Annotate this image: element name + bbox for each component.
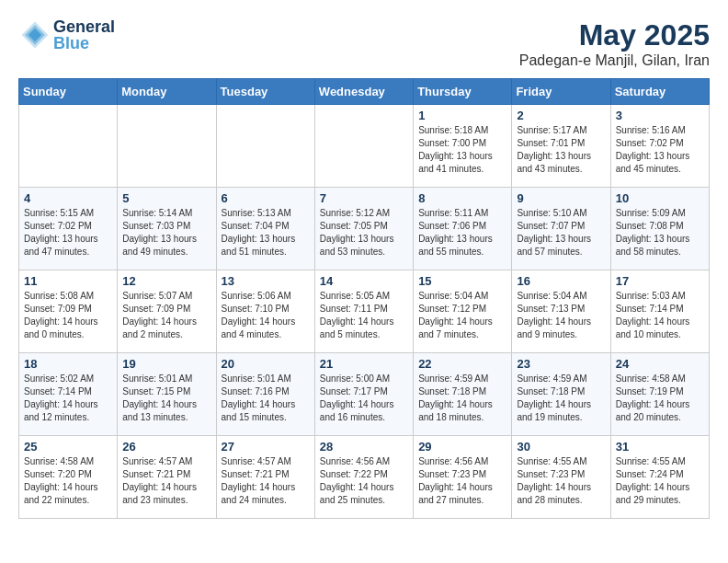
day-info: Sunrise: 5:04 AM Sunset: 7:13 PM Dayligh… [517, 290, 605, 341]
logo-general-text: General [53, 18, 115, 35]
calendar-cell: 22Sunrise: 4:59 AM Sunset: 7:18 PM Dayli… [414, 353, 512, 436]
day-info: Sunrise: 4:58 AM Sunset: 7:20 PM Dayligh… [24, 455, 112, 507]
day-number: 26 [122, 440, 210, 454]
calendar-week-2: 4Sunrise: 5:15 AM Sunset: 7:02 PM Daylig… [19, 188, 710, 270]
calendar-cell: 6Sunrise: 5:13 AM Sunset: 7:04 PM Daylig… [216, 188, 314, 270]
weekday-header-wednesday: Wednesday [314, 79, 413, 105]
day-number: 25 [24, 440, 112, 454]
calendar-week-5: 25Sunrise: 4:58 AM Sunset: 7:20 PM Dayli… [19, 436, 710, 519]
calendar-cell: 27Sunrise: 4:57 AM Sunset: 7:21 PM Dayli… [216, 436, 314, 519]
calendar-week-1: 1Sunrise: 5:18 AM Sunset: 7:00 PM Daylig… [19, 105, 710, 188]
day-number: 7 [320, 191, 408, 205]
day-number: 31 [616, 440, 704, 454]
day-info: Sunrise: 4:55 AM Sunset: 7:23 PM Dayligh… [517, 455, 605, 507]
location: Padegan-e Manjil, Gilan, Iran [519, 52, 710, 69]
day-number: 1 [418, 109, 506, 122]
calendar-cell: 24Sunrise: 4:58 AM Sunset: 7:19 PM Dayli… [610, 353, 709, 436]
calendar-cell: 5Sunrise: 5:14 AM Sunset: 7:03 PM Daylig… [118, 188, 216, 270]
day-info: Sunrise: 5:06 AM Sunset: 7:10 PM Dayligh… [222, 290, 310, 341]
calendar-cell: 26Sunrise: 4:57 AM Sunset: 7:21 PM Dayli… [118, 436, 216, 519]
day-info: Sunrise: 5:04 AM Sunset: 7:12 PM Dayligh… [418, 290, 506, 341]
day-info: Sunrise: 5:10 AM Sunset: 7:07 PM Dayligh… [517, 207, 605, 259]
day-info: Sunrise: 5:07 AM Sunset: 7:09 PM Dayligh… [122, 290, 210, 341]
day-number: 24 [616, 357, 704, 371]
day-number: 28 [320, 440, 408, 454]
month-year: May 2025 [519, 18, 710, 52]
logo-icon [18, 18, 51, 52]
calendar-week-4: 18Sunrise: 5:02 AM Sunset: 7:14 PM Dayli… [19, 353, 710, 436]
weekday-header-monday: Monday [118, 79, 216, 105]
calendar-cell: 23Sunrise: 4:59 AM Sunset: 7:18 PM Dayli… [512, 353, 610, 436]
calendar-cell: 1Sunrise: 5:18 AM Sunset: 7:00 PM Daylig… [414, 105, 512, 188]
day-number: 10 [616, 191, 704, 205]
day-info: Sunrise: 5:11 AM Sunset: 7:06 PM Dayligh… [418, 207, 506, 259]
day-info: Sunrise: 4:56 AM Sunset: 7:22 PM Dayligh… [320, 455, 408, 507]
day-info: Sunrise: 4:59 AM Sunset: 7:18 PM Dayligh… [517, 373, 605, 424]
calendar-cell: 29Sunrise: 4:56 AM Sunset: 7:23 PM Dayli… [414, 436, 512, 519]
weekday-header-friday: Friday [512, 79, 610, 105]
day-info: Sunrise: 5:00 AM Sunset: 7:17 PM Dayligh… [320, 373, 408, 424]
weekday-header-tuesday: Tuesday [216, 79, 314, 105]
calendar-cell: 3Sunrise: 5:16 AM Sunset: 7:02 PM Daylig… [610, 105, 709, 188]
calendar-cell: 12Sunrise: 5:07 AM Sunset: 7:09 PM Dayli… [118, 270, 216, 353]
calendar-cell: 21Sunrise: 5:00 AM Sunset: 7:17 PM Dayli… [314, 353, 413, 436]
day-info: Sunrise: 5:18 AM Sunset: 7:00 PM Dayligh… [418, 124, 506, 176]
day-number: 16 [517, 274, 605, 288]
page-header: General Blue May 2025 Padegan-e Manjil, … [18, 18, 710, 69]
logo-name: General Blue [53, 18, 115, 52]
day-info: Sunrise: 5:16 AM Sunset: 7:02 PM Dayligh… [616, 124, 704, 176]
calendar-cell: 30Sunrise: 4:55 AM Sunset: 7:23 PM Dayli… [512, 436, 610, 519]
day-info: Sunrise: 4:57 AM Sunset: 7:21 PM Dayligh… [222, 455, 310, 507]
calendar-cell [216, 105, 314, 188]
day-number: 12 [122, 274, 210, 288]
day-number: 20 [222, 357, 310, 371]
calendar-cell [19, 105, 118, 188]
calendar-cell: 15Sunrise: 5:04 AM Sunset: 7:12 PM Dayli… [414, 270, 512, 353]
day-number: 15 [418, 274, 506, 288]
calendar-cell: 4Sunrise: 5:15 AM Sunset: 7:02 PM Daylig… [19, 188, 118, 270]
calendar-week-3: 11Sunrise: 5:08 AM Sunset: 7:09 PM Dayli… [19, 270, 710, 353]
weekday-header-thursday: Thursday [414, 79, 512, 105]
calendar-cell: 10Sunrise: 5:09 AM Sunset: 7:08 PM Dayli… [610, 188, 709, 270]
day-info: Sunrise: 4:56 AM Sunset: 7:23 PM Dayligh… [418, 455, 506, 507]
day-info: Sunrise: 5:09 AM Sunset: 7:08 PM Dayligh… [616, 207, 704, 259]
day-number: 21 [320, 357, 408, 371]
day-number: 13 [222, 274, 310, 288]
day-number: 11 [24, 274, 112, 288]
calendar-cell: 8Sunrise: 5:11 AM Sunset: 7:06 PM Daylig… [414, 188, 512, 270]
day-number: 17 [616, 274, 704, 288]
calendar-table: SundayMondayTuesdayWednesdayThursdayFrid… [18, 78, 710, 519]
calendar-header-row: SundayMondayTuesdayWednesdayThursdayFrid… [19, 79, 710, 105]
calendar-cell: 2Sunrise: 5:17 AM Sunset: 7:01 PM Daylig… [512, 105, 610, 188]
day-info: Sunrise: 5:02 AM Sunset: 7:14 PM Dayligh… [24, 373, 112, 424]
day-info: Sunrise: 4:59 AM Sunset: 7:18 PM Dayligh… [418, 373, 506, 424]
calendar-cell: 9Sunrise: 5:10 AM Sunset: 7:07 PM Daylig… [512, 188, 610, 270]
day-number: 2 [517, 109, 605, 122]
calendar-cell: 18Sunrise: 5:02 AM Sunset: 7:14 PM Dayli… [19, 353, 118, 436]
calendar-cell: 17Sunrise: 5:03 AM Sunset: 7:14 PM Dayli… [610, 270, 709, 353]
day-number: 27 [222, 440, 310, 454]
day-number: 5 [122, 191, 210, 205]
logo: General Blue [18, 18, 115, 52]
calendar-cell: 13Sunrise: 5:06 AM Sunset: 7:10 PM Dayli… [216, 270, 314, 353]
day-number: 29 [418, 440, 506, 454]
day-number: 6 [222, 191, 310, 205]
calendar-cell: 14Sunrise: 5:05 AM Sunset: 7:11 PM Dayli… [314, 270, 413, 353]
day-info: Sunrise: 5:15 AM Sunset: 7:02 PM Dayligh… [24, 207, 112, 259]
day-info: Sunrise: 5:03 AM Sunset: 7:14 PM Dayligh… [616, 290, 704, 341]
calendar-cell: 25Sunrise: 4:58 AM Sunset: 7:20 PM Dayli… [19, 436, 118, 519]
day-number: 30 [517, 440, 605, 454]
title-section: May 2025 Padegan-e Manjil, Gilan, Iran [519, 18, 710, 69]
day-number: 4 [24, 191, 112, 205]
day-info: Sunrise: 4:55 AM Sunset: 7:24 PM Dayligh… [616, 455, 704, 507]
day-info: Sunrise: 5:01 AM Sunset: 7:16 PM Dayligh… [222, 373, 310, 424]
day-number: 23 [517, 357, 605, 371]
day-number: 19 [122, 357, 210, 371]
day-info: Sunrise: 5:17 AM Sunset: 7:01 PM Dayligh… [517, 124, 605, 176]
day-info: Sunrise: 5:13 AM Sunset: 7:04 PM Dayligh… [222, 207, 310, 259]
day-info: Sunrise: 5:05 AM Sunset: 7:11 PM Dayligh… [320, 290, 408, 341]
logo-blue-text: Blue [53, 35, 115, 52]
day-info: Sunrise: 4:58 AM Sunset: 7:19 PM Dayligh… [616, 373, 704, 424]
day-number: 8 [418, 191, 506, 205]
day-number: 14 [320, 274, 408, 288]
